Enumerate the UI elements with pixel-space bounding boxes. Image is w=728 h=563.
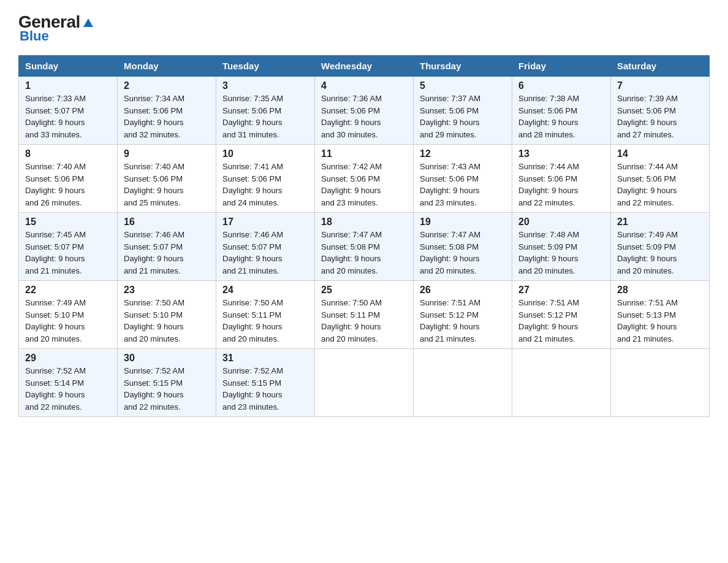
day-info: Sunrise: 7:52 AM Sunset: 5:15 PM Dayligh… [222,365,308,413]
day-info: Sunrise: 7:34 AM Sunset: 5:06 PM Dayligh… [124,93,210,140]
calendar-cell: 11 Sunrise: 7:42 AM Sunset: 5:06 PM Dayl… [315,145,414,213]
calendar-cell: 14 Sunrise: 7:44 AM Sunset: 5:06 PM Dayl… [611,145,710,213]
day-info: Sunrise: 7:37 AM Sunset: 5:06 PM Dayligh… [420,93,506,140]
day-info: Sunrise: 7:44 AM Sunset: 5:06 PM Dayligh… [617,161,703,209]
calendar-cell: 19 Sunrise: 7:47 AM Sunset: 5:08 PM Dayl… [414,213,512,281]
calendar-cell: 8 Sunrise: 7:40 AM Sunset: 5:06 PM Dayli… [19,145,118,213]
day-info: Sunrise: 7:41 AM Sunset: 5:06 PM Dayligh… [222,161,308,209]
calendar-cell: 16 Sunrise: 7:46 AM Sunset: 5:07 PM Dayl… [118,213,216,281]
calendar-cell: 15 Sunrise: 7:45 AM Sunset: 5:07 PM Dayl… [19,213,118,281]
calendar-cell: 24 Sunrise: 7:50 AM Sunset: 5:11 PM Dayl… [216,281,315,349]
calendar-cell: 10 Sunrise: 7:41 AM Sunset: 5:06 PM Dayl… [216,145,315,213]
day-number: 19 [420,216,506,228]
day-info: Sunrise: 7:49 AM Sunset: 5:10 PM Dayligh… [25,297,111,345]
calendar-table: SundayMondayTuesdayWednesdayThursdayFrid… [18,55,710,417]
day-info: Sunrise: 7:43 AM Sunset: 5:06 PM Dayligh… [420,161,506,209]
calendar-cell: 5 Sunrise: 7:37 AM Sunset: 5:06 PM Dayli… [414,77,512,145]
calendar-cell: 7 Sunrise: 7:39 AM Sunset: 5:06 PM Dayli… [611,77,710,145]
calendar-cell: 2 Sunrise: 7:34 AM Sunset: 5:06 PM Dayli… [118,77,216,145]
day-info: Sunrise: 7:46 AM Sunset: 5:07 PM Dayligh… [222,229,308,277]
day-info: Sunrise: 7:46 AM Sunset: 5:07 PM Dayligh… [124,229,210,277]
calendar-header: SundayMondayTuesdayWednesdayThursdayFrid… [19,56,710,77]
day-number: 20 [518,216,604,228]
day-number: 13 [518,148,604,159]
day-info: Sunrise: 7:51 AM Sunset: 5:13 PM Dayligh… [617,297,703,345]
day-number: 6 [518,80,604,91]
day-number: 21 [617,216,703,228]
day-number: 15 [25,216,111,228]
calendar-cell [315,349,414,417]
day-number: 5 [420,80,506,91]
day-info: Sunrise: 7:33 AM Sunset: 5:07 PM Dayligh… [25,93,111,140]
calendar-cell: 30 Sunrise: 7:52 AM Sunset: 5:15 PM Dayl… [118,349,216,417]
header-row: SundayMondayTuesdayWednesdayThursdayFrid… [19,56,710,77]
day-number: 7 [617,80,703,91]
calendar-cell: 4 Sunrise: 7:36 AM Sunset: 5:06 PM Dayli… [315,77,414,145]
day-info: Sunrise: 7:40 AM Sunset: 5:06 PM Dayligh… [124,161,210,209]
header-cell-saturday: Saturday [611,56,710,77]
calendar-cell: 6 Sunrise: 7:38 AM Sunset: 5:06 PM Dayli… [512,77,611,145]
day-number: 3 [222,80,308,91]
day-number: 26 [420,285,506,296]
day-number: 1 [25,80,111,91]
day-number: 4 [321,80,407,91]
day-info: Sunrise: 7:47 AM Sunset: 5:08 PM Dayligh… [321,229,407,277]
calendar-cell: 31 Sunrise: 7:52 AM Sunset: 5:15 PM Dayl… [216,349,315,417]
day-info: Sunrise: 7:50 AM Sunset: 5:11 PM Dayligh… [222,297,308,345]
day-info: Sunrise: 7:50 AM Sunset: 5:11 PM Dayligh… [321,297,407,345]
calendar-cell: 18 Sunrise: 7:47 AM Sunset: 5:08 PM Dayl… [315,213,414,281]
day-number: 2 [124,80,210,91]
calendar-cell: 23 Sunrise: 7:50 AM Sunset: 5:10 PM Dayl… [118,281,216,349]
calendar-week-5: 29 Sunrise: 7:52 AM Sunset: 5:14 PM Dayl… [19,349,710,417]
calendar-week-4: 22 Sunrise: 7:49 AM Sunset: 5:10 PM Dayl… [19,281,710,349]
day-info: Sunrise: 7:39 AM Sunset: 5:06 PM Dayligh… [617,93,703,140]
calendar-cell: 22 Sunrise: 7:49 AM Sunset: 5:10 PM Dayl… [19,281,118,349]
day-info: Sunrise: 7:42 AM Sunset: 5:06 PM Dayligh… [321,161,407,209]
day-number: 12 [420,148,506,159]
header-cell-wednesday: Wednesday [315,56,414,77]
day-number: 14 [617,148,703,159]
calendar-cell: 17 Sunrise: 7:46 AM Sunset: 5:07 PM Dayl… [216,213,315,281]
header-cell-sunday: Sunday [19,56,118,77]
svg-marker-0 [83,18,93,27]
calendar-body: 1 Sunrise: 7:33 AM Sunset: 5:07 PM Dayli… [19,77,710,417]
calendar-cell [414,349,512,417]
calendar-cell: 13 Sunrise: 7:44 AM Sunset: 5:06 PM Dayl… [512,145,611,213]
day-info: Sunrise: 7:35 AM Sunset: 5:06 PM Dayligh… [222,93,308,140]
day-number: 29 [25,353,111,364]
day-info: Sunrise: 7:52 AM Sunset: 5:15 PM Dayligh… [124,365,210,413]
day-info: Sunrise: 7:51 AM Sunset: 5:12 PM Dayligh… [518,297,604,345]
day-number: 18 [321,216,407,228]
calendar-cell: 25 Sunrise: 7:50 AM Sunset: 5:11 PM Dayl… [315,281,414,349]
calendar-cell: 29 Sunrise: 7:52 AM Sunset: 5:14 PM Dayl… [19,349,118,417]
calendar-week-2: 8 Sunrise: 7:40 AM Sunset: 5:06 PM Dayli… [19,145,710,213]
calendar-cell: 9 Sunrise: 7:40 AM Sunset: 5:06 PM Dayli… [118,145,216,213]
day-info: Sunrise: 7:52 AM Sunset: 5:14 PM Dayligh… [25,365,111,413]
day-number: 24 [222,285,308,296]
logo-triangle-icon [82,16,95,29]
calendar-cell: 27 Sunrise: 7:51 AM Sunset: 5:12 PM Dayl… [512,281,611,349]
page-header: General Blue [18,12,710,44]
day-info: Sunrise: 7:36 AM Sunset: 5:06 PM Dayligh… [321,93,407,140]
day-number: 10 [222,148,308,159]
calendar-cell: 26 Sunrise: 7:51 AM Sunset: 5:12 PM Dayl… [414,281,512,349]
header-cell-friday: Friday [512,56,611,77]
day-number: 22 [25,285,111,296]
calendar-cell: 3 Sunrise: 7:35 AM Sunset: 5:06 PM Dayli… [216,77,315,145]
day-number: 8 [25,148,111,159]
calendar-cell: 12 Sunrise: 7:43 AM Sunset: 5:06 PM Dayl… [414,145,512,213]
day-number: 17 [222,216,308,228]
day-info: Sunrise: 7:49 AM Sunset: 5:09 PM Dayligh… [617,229,703,277]
day-number: 9 [124,148,210,159]
header-cell-thursday: Thursday [414,56,512,77]
day-info: Sunrise: 7:51 AM Sunset: 5:12 PM Dayligh… [420,297,506,345]
calendar-cell: 1 Sunrise: 7:33 AM Sunset: 5:07 PM Dayli… [19,77,118,145]
day-number: 16 [124,216,210,228]
logo-blue-text: Blue [20,28,49,44]
header-cell-tuesday: Tuesday [216,56,315,77]
calendar-week-1: 1 Sunrise: 7:33 AM Sunset: 5:07 PM Dayli… [19,77,710,145]
day-info: Sunrise: 7:38 AM Sunset: 5:06 PM Dayligh… [518,93,604,140]
day-number: 28 [617,285,703,296]
day-number: 25 [321,285,407,296]
day-number: 31 [222,353,308,364]
